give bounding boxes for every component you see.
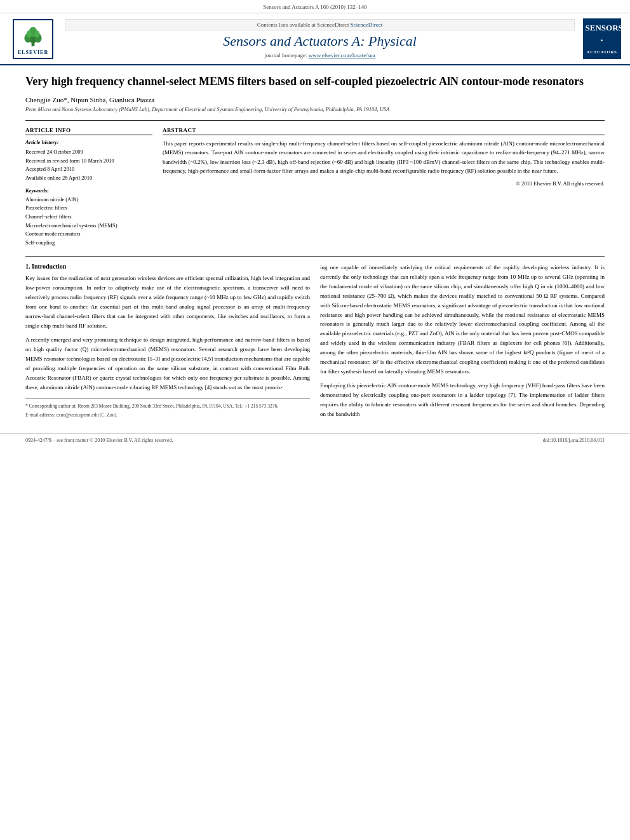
keyword-5: Contour-mode resonators <box>25 230 152 239</box>
right-paragraph-2: Employing this piezoelectric AlN contour… <box>320 381 605 418</box>
bottom-bar: 0924-4247/$ – see front matter © 2010 El… <box>0 433 630 447</box>
badge-actuators-text: ACTUATORS <box>586 50 619 56</box>
accepted-date: Accepted 8 April 2010 <box>25 165 152 173</box>
elsevier-wordmark: ELSEVIER <box>18 50 48 55</box>
doi-line: doi:10.1016/j.sna.2010.04.011 <box>543 437 605 443</box>
article-title: Very high frequency channel-select MEMS … <box>25 74 605 89</box>
available-online-date: Available online 28 April 2010 <box>25 174 152 182</box>
corresponding-author-footnote: * Corresponding author at: Room 203 Moor… <box>25 403 310 410</box>
received-revised-date: Received in revised form 10 March 2010 <box>25 157 152 165</box>
keyword-4: Microelectromechanical systems (MEMS) <box>25 222 152 230</box>
journal-header: ELSEVIER Contents lists available at Sci… <box>0 13 630 65</box>
received-date: Received 24 October 2009 <box>25 148 152 156</box>
keyword-2: Piezoelectric filters <box>25 204 152 213</box>
sciencedirect-banner: Contents lists available at ScienceDirec… <box>65 19 575 30</box>
article-info-title: ARTICLE INFO <box>25 127 152 135</box>
article-info-abstract-section: ARTICLE INFO Article history: Received 2… <box>25 120 605 248</box>
keyword-3: Channel-select filters <box>25 213 152 222</box>
abstract-column: ABSTRACT This paper reports experimental… <box>163 127 605 248</box>
journal-center: Contents lists available at ScienceDirec… <box>65 18 575 59</box>
badge-dot: · <box>601 35 603 46</box>
issn-line: 0924-4247/$ – see front matter © 2010 El… <box>25 437 173 443</box>
journal-title: Sensors and Actuators A: Physical <box>223 33 417 50</box>
badge-sensors-text: SENSORS <box>586 22 619 34</box>
introduction-column: 1. Introduction Key issues for the reali… <box>25 263 310 424</box>
right-paragraph-1: ing one capable of immediately satisfyin… <box>320 263 605 376</box>
journal-citation: Sensors and Actuators A 160 (2010) 132–1… <box>263 4 367 10</box>
article-affiliation: Penn Micro and Nano Systems Laboratory (… <box>25 106 605 112</box>
sensors-actuators-badge: SENSORS · ACTUATORS <box>581 18 622 59</box>
email-footnote: E-mail address: czuo@seas.upenn.edu (C. … <box>25 411 310 418</box>
keyword-6: Self-coupling <box>25 239 152 248</box>
page-wrapper: Sensors and Actuators A 160 (2010) 132–1… <box>0 0 630 447</box>
history-label: Article history: <box>25 139 152 145</box>
copyright-line: © 2010 Elsevier B.V. All rights reserved… <box>163 180 605 187</box>
intro-paragraph-2: A recently emerged and very promising te… <box>25 335 310 392</box>
elsevier-logo: ELSEVIER <box>8 18 58 59</box>
intro-heading: 1. Introduction <box>25 263 310 270</box>
abstract-text: This paper reports experimental results … <box>163 139 605 176</box>
keywords-label: Keywords: <box>25 187 152 194</box>
article-info-column: ARTICLE INFO Article history: Received 2… <box>25 127 152 248</box>
article-authors: Chengjie Zuo*, Nipun Sinha, Gianluca Pia… <box>25 96 605 103</box>
keyword-1: Aluminum nitride (AlN) <box>25 196 152 204</box>
footnote-area: * Corresponding author at: Room 203 Moor… <box>25 398 310 418</box>
journal-citation-bar: Sensors and Actuators A 160 (2010) 132–1… <box>0 0 630 13</box>
sciencedirect-link[interactable]: ScienceDirect <box>351 22 382 28</box>
right-body-column: ing one capable of immediately satisfyin… <box>320 263 605 424</box>
svg-point-5 <box>27 30 32 37</box>
intro-paragraph-1: Key issues for the realization of next g… <box>25 274 310 330</box>
article-body: Very high frequency channel-select MEMS … <box>0 65 630 432</box>
journal-homepage-link[interactable]: www.elsevier.com/locate/sna <box>309 52 375 58</box>
svg-point-6 <box>34 30 39 37</box>
main-content: 1. Introduction Key issues for the reali… <box>25 256 605 424</box>
elsevier-tree-icon <box>20 23 46 48</box>
journal-homepage: journal homepage: www.elsevier.com/locat… <box>264 52 375 58</box>
abstract-title: ABSTRACT <box>163 127 605 135</box>
